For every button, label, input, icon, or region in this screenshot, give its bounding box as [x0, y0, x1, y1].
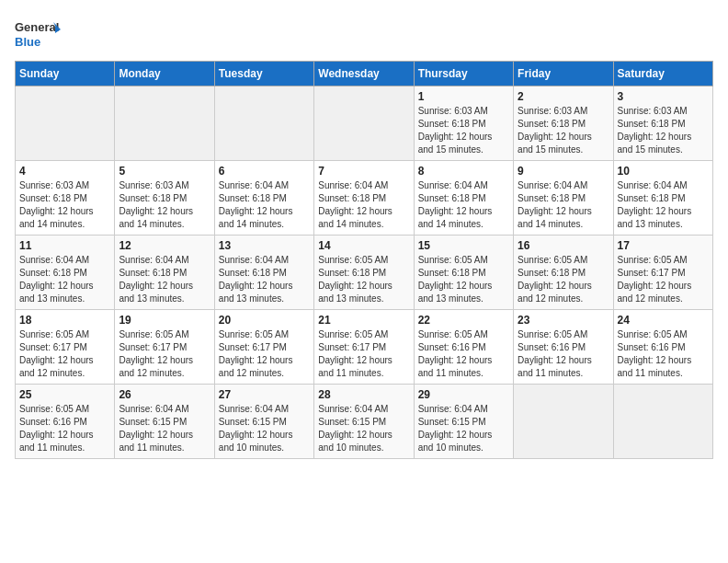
day-info: Sunrise: 6:05 AM Sunset: 6:18 PM Dayligh…	[318, 254, 409, 305]
day-number: 29	[418, 388, 509, 401]
calendar-cell: 25Sunrise: 6:05 AM Sunset: 6:16 PM Dayli…	[16, 385, 115, 459]
calendar-cell: 16Sunrise: 6:05 AM Sunset: 6:18 PM Dayli…	[514, 236, 613, 310]
day-number: 28	[318, 388, 409, 401]
calendar-cell: 22Sunrise: 6:05 AM Sunset: 6:16 PM Dayli…	[414, 310, 513, 385]
calendar-cell: 20Sunrise: 6:05 AM Sunset: 6:17 PM Dayli…	[214, 310, 313, 385]
calendar-cell: 26Sunrise: 6:04 AM Sunset: 6:15 PM Dayli…	[115, 385, 214, 459]
day-info: Sunrise: 6:04 AM Sunset: 6:15 PM Dayligh…	[318, 403, 409, 454]
day-number: 24	[618, 314, 709, 327]
day-info: Sunrise: 6:04 AM Sunset: 6:18 PM Dayligh…	[219, 254, 310, 305]
day-info: Sunrise: 6:03 AM Sunset: 6:18 PM Dayligh…	[618, 105, 709, 156]
day-number: 22	[418, 314, 509, 327]
day-info: Sunrise: 6:05 AM Sunset: 6:17 PM Dayligh…	[219, 328, 310, 380]
calendar-cell	[16, 86, 115, 161]
calendar-cell: 18Sunrise: 6:05 AM Sunset: 6:17 PM Dayli…	[16, 310, 115, 385]
day-info: Sunrise: 6:05 AM Sunset: 6:17 PM Dayligh…	[318, 328, 409, 380]
calendar-cell: 7Sunrise: 6:04 AM Sunset: 6:18 PM Daylig…	[314, 161, 414, 236]
day-info: Sunrise: 6:04 AM Sunset: 6:18 PM Dayligh…	[219, 179, 310, 231]
calendar-cell	[214, 86, 313, 161]
day-number: 3	[618, 90, 709, 103]
calendar-cell	[613, 385, 712, 459]
day-number: 14	[318, 239, 409, 252]
day-number: 4	[19, 165, 110, 178]
day-info: Sunrise: 6:05 AM Sunset: 6:17 PM Dayligh…	[618, 254, 709, 305]
calendar-cell: 21Sunrise: 6:05 AM Sunset: 6:17 PM Dayli…	[314, 310, 414, 385]
calendar-cell: 23Sunrise: 6:05 AM Sunset: 6:16 PM Dayli…	[514, 310, 613, 385]
day-info: Sunrise: 6:04 AM Sunset: 6:18 PM Dayligh…	[518, 179, 609, 231]
day-info: Sunrise: 6:05 AM Sunset: 6:16 PM Dayligh…	[19, 403, 110, 454]
day-info: Sunrise: 6:05 AM Sunset: 6:16 PM Dayligh…	[518, 328, 609, 380]
day-number: 21	[318, 314, 409, 327]
calendar-cell: 8Sunrise: 6:04 AM Sunset: 6:18 PM Daylig…	[414, 161, 513, 236]
svg-text:General: General	[15, 20, 59, 34]
day-number: 18	[19, 314, 110, 327]
calendar-cell: 27Sunrise: 6:04 AM Sunset: 6:15 PM Dayli…	[214, 385, 313, 459]
day-info: Sunrise: 6:05 AM Sunset: 6:17 PM Dayligh…	[19, 328, 110, 380]
day-info: Sunrise: 6:03 AM Sunset: 6:18 PM Dayligh…	[19, 179, 110, 231]
calendar-cell: 19Sunrise: 6:05 AM Sunset: 6:17 PM Dayli…	[115, 310, 214, 385]
svg-text:Blue: Blue	[15, 35, 40, 49]
day-info: Sunrise: 6:03 AM Sunset: 6:18 PM Dayligh…	[119, 179, 210, 231]
dow-cell: Wednesday	[314, 62, 414, 86]
day-info: Sunrise: 6:05 AM Sunset: 6:18 PM Dayligh…	[418, 254, 509, 305]
calendar-cell: 6Sunrise: 6:04 AM Sunset: 6:18 PM Daylig…	[214, 161, 313, 236]
day-info: Sunrise: 6:05 AM Sunset: 6:17 PM Dayligh…	[119, 328, 210, 380]
dow-cell: Tuesday	[214, 62, 313, 86]
calendar-cell: 12Sunrise: 6:04 AM Sunset: 6:18 PM Dayli…	[115, 236, 214, 310]
calendar-cell: 15Sunrise: 6:05 AM Sunset: 6:18 PM Dayli…	[414, 236, 513, 310]
day-info: Sunrise: 6:05 AM Sunset: 6:16 PM Dayligh…	[618, 328, 709, 380]
calendar-body: 1Sunrise: 6:03 AM Sunset: 6:18 PM Daylig…	[16, 86, 713, 459]
dow-cell: Saturday	[613, 62, 712, 86]
calendar-cell: 24Sunrise: 6:05 AM Sunset: 6:16 PM Dayli…	[613, 310, 712, 385]
day-number: 23	[518, 314, 609, 327]
day-number: 5	[119, 165, 210, 178]
day-number: 16	[518, 239, 609, 252]
calendar-cell: 1Sunrise: 6:03 AM Sunset: 6:18 PM Daylig…	[414, 86, 513, 161]
calendar-cell: 9Sunrise: 6:04 AM Sunset: 6:18 PM Daylig…	[514, 161, 613, 236]
calendar-cell: 5Sunrise: 6:03 AM Sunset: 6:18 PM Daylig…	[115, 161, 214, 236]
day-info: Sunrise: 6:04 AM Sunset: 6:15 PM Dayligh…	[418, 403, 509, 454]
dow-cell: Thursday	[414, 62, 513, 86]
logo: General Blue	[15, 15, 61, 52]
day-number: 1	[418, 90, 509, 103]
calendar-table: SundayMondayTuesdayWednesdayThursdayFrid…	[15, 61, 713, 459]
calendar-cell: 4Sunrise: 6:03 AM Sunset: 6:18 PM Daylig…	[16, 161, 115, 236]
dow-cell: Monday	[115, 62, 214, 86]
day-of-week-header: SundayMondayTuesdayWednesdayThursdayFrid…	[16, 62, 713, 86]
day-number: 2	[518, 90, 609, 103]
day-info: Sunrise: 6:04 AM Sunset: 6:18 PM Dayligh…	[618, 179, 709, 231]
calendar-cell	[514, 385, 613, 459]
day-number: 10	[618, 165, 709, 178]
calendar-cell: 3Sunrise: 6:03 AM Sunset: 6:18 PM Daylig…	[613, 86, 712, 161]
logo-svg: General Blue	[15, 15, 61, 52]
day-info: Sunrise: 6:04 AM Sunset: 6:15 PM Dayligh…	[119, 403, 210, 454]
calendar-cell: 2Sunrise: 6:03 AM Sunset: 6:18 PM Daylig…	[514, 86, 613, 161]
calendar-cell	[115, 86, 214, 161]
page-header: General Blue	[15, 15, 713, 52]
day-number: 17	[618, 239, 709, 252]
day-info: Sunrise: 6:04 AM Sunset: 6:18 PM Dayligh…	[119, 254, 210, 305]
calendar-cell: 13Sunrise: 6:04 AM Sunset: 6:18 PM Dayli…	[214, 236, 313, 310]
day-info: Sunrise: 6:04 AM Sunset: 6:15 PM Dayligh…	[219, 403, 310, 454]
day-info: Sunrise: 6:05 AM Sunset: 6:18 PM Dayligh…	[518, 254, 609, 305]
day-number: 25	[19, 388, 110, 401]
day-info: Sunrise: 6:03 AM Sunset: 6:18 PM Dayligh…	[418, 105, 509, 156]
day-number: 6	[219, 165, 310, 178]
day-number: 13	[219, 239, 310, 252]
calendar-week-row: 1Sunrise: 6:03 AM Sunset: 6:18 PM Daylig…	[16, 86, 713, 161]
day-number: 11	[19, 239, 110, 252]
calendar-cell	[314, 86, 414, 161]
calendar-cell: 28Sunrise: 6:04 AM Sunset: 6:15 PM Dayli…	[314, 385, 414, 459]
day-number: 7	[318, 165, 409, 178]
calendar-week-row: 11Sunrise: 6:04 AM Sunset: 6:18 PM Dayli…	[16, 236, 713, 310]
dow-cell: Friday	[514, 62, 613, 86]
calendar-cell: 14Sunrise: 6:05 AM Sunset: 6:18 PM Dayli…	[314, 236, 414, 310]
day-number: 20	[219, 314, 310, 327]
calendar-cell: 11Sunrise: 6:04 AM Sunset: 6:18 PM Dayli…	[16, 236, 115, 310]
day-number: 19	[119, 314, 210, 327]
calendar-cell: 29Sunrise: 6:04 AM Sunset: 6:15 PM Dayli…	[414, 385, 513, 459]
day-info: Sunrise: 6:04 AM Sunset: 6:18 PM Dayligh…	[418, 179, 509, 231]
day-info: Sunrise: 6:04 AM Sunset: 6:18 PM Dayligh…	[19, 254, 110, 305]
day-number: 27	[219, 388, 310, 401]
calendar-cell: 17Sunrise: 6:05 AM Sunset: 6:17 PM Dayli…	[613, 236, 712, 310]
